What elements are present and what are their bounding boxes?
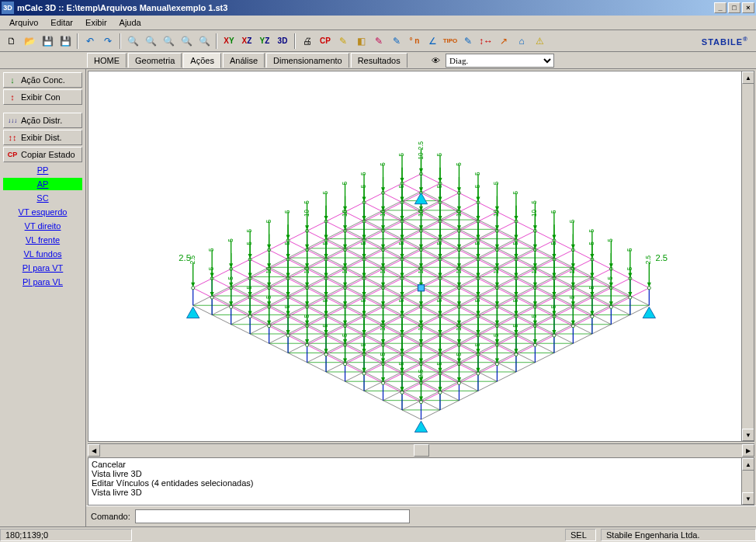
vert-scrollbar[interactable]: ▲ ▼ (741, 71, 754, 441)
load-state-pp[interactable]: PP (3, 164, 82, 176)
load-state-ap[interactable]: AP (3, 178, 82, 190)
scroll-up-icon[interactable]: ▲ (742, 458, 754, 471)
load-state-pi-para-vl[interactable]: PI para VL (3, 276, 82, 288)
svg-line-389 (478, 229, 497, 238)
svg-line-330 (269, 277, 288, 287)
sidebar-exibir-con[interactable]: ↕ Exibir Con (3, 89, 82, 105)
load-state-sc[interactable]: SC (3, 192, 82, 204)
scroll-up-icon[interactable]: ▲ (742, 71, 754, 84)
arrow-down-icon: ↓ (7, 75, 18, 85)
scroll-down-icon[interactable]: ▼ (742, 429, 754, 441)
scroll-left-icon[interactable]: ◀ (88, 444, 100, 457)
horiz-scrollbar[interactable]: ◀ ▶ (88, 443, 754, 456)
load-state-vt-direito[interactable]: VT direito (3, 220, 82, 232)
view-3d-button[interactable]: 3D (274, 33, 291, 50)
cp-icon: CP (7, 151, 18, 158)
arrows-button[interactable]: ↕↔ (477, 33, 494, 50)
main-toolbar: 🗋 📂 💾 💾 ↶ ↷ 🔍 🔍 🔍 🔍 🔍 XY XZ YZ 3D 🖨 CP ✎… (0, 30, 756, 52)
tipo-button[interactable]: TIPO (442, 33, 459, 50)
svg-line-435 (307, 343, 326, 353)
zoom-all-button[interactable]: 🔍 (196, 33, 213, 50)
zoom-window-button[interactable]: 🔍 (160, 33, 177, 50)
saveas-button[interactable]: 💾 (57, 33, 74, 50)
svg-line-751 (516, 231, 535, 240)
tab-analise[interactable]: Análise (223, 53, 265, 68)
svg-line-343 (402, 229, 421, 238)
svg-text:5: 5 (265, 295, 272, 299)
sidebar-acao-distr[interactable]: ↓↓↓ Ação Distr. (3, 113, 82, 128)
viewport[interactable]: 2.5555555555552.551051055551055551051055… (88, 71, 754, 442)
view-select[interactable]: Diag. (446, 54, 554, 68)
tab-home[interactable]: HOME (87, 53, 127, 68)
eraser-button[interactable]: ◧ (352, 33, 369, 50)
tab-resultados[interactable]: Resultados (351, 53, 407, 68)
svg-line-592 (554, 343, 573, 353)
cp-button[interactable]: CP (317, 33, 334, 50)
svg-line-617 (250, 250, 269, 259)
menu-exibir[interactable]: Exibir (79, 16, 113, 29)
zoom-prev-button[interactable]: 🔍 (142, 33, 159, 50)
support-button[interactable]: ⌂ (513, 33, 530, 50)
open-button[interactable]: 📂 (21, 33, 38, 50)
sidebar-copiar-estado[interactable]: CP Copiar Estado (3, 147, 82, 162)
new-button[interactable]: 🗋 (3, 33, 20, 50)
scroll-right-icon[interactable]: ▶ (742, 444, 754, 457)
menu-ajuda[interactable]: Ajuda (113, 16, 147, 29)
sidebar-label: Ação Distr. (21, 116, 62, 125)
menu-arquivo[interactable]: Arquivo (3, 16, 44, 29)
view-xy-button[interactable]: XY (220, 33, 238, 50)
svg-text:10: 10 (569, 266, 576, 274)
deg-n-button[interactable]: ° n (406, 33, 423, 50)
svg-line-406 (326, 314, 345, 324)
svg-line-566 (592, 305, 611, 314)
svg-line-554 (459, 363, 477, 372)
redo-button[interactable]: ↷ (99, 33, 116, 50)
tab-geometria[interactable]: Geometria (128, 53, 182, 68)
warn-button[interactable]: ⚠ (531, 33, 548, 50)
svg-line-599 (421, 410, 440, 419)
log-scrollbar[interactable]: ▲ ▼ (741, 458, 754, 505)
zoom-in-button[interactable]: 🔍 (178, 33, 195, 50)
angle-button[interactable]: ∠ (424, 33, 441, 50)
scroll-down-icon[interactable]: ▼ (742, 492, 754, 505)
undo-button[interactable]: ↶ (81, 33, 99, 50)
tool-a-button[interactable]: ✎ (370, 33, 387, 50)
scroll-thumb[interactable] (414, 444, 429, 457)
load-state-pi-para-vt[interactable]: PI para VT (3, 262, 82, 274)
sidebar-label: Ação Conc. (21, 75, 65, 85)
svg-text:5: 5 (380, 353, 387, 356)
share-button[interactable]: ↗ (495, 33, 512, 50)
tab-dimensionamento[interactable]: Dimensionamento (266, 53, 349, 68)
sidebar-acao-conc[interactable]: ↓ Ação Conc. (3, 72, 82, 88)
tab-acoes[interactable]: Ações (183, 53, 221, 68)
svg-line-573 (535, 343, 553, 353)
sidebar-exibir-dist[interactable]: ↕↕ Exibir Dist. (3, 130, 82, 145)
svg-line-401 (364, 287, 383, 296)
pencil-button[interactable]: ✎ (335, 33, 352, 50)
svg-text:5: 5 (398, 241, 405, 245)
minimize-button[interactable]: _ (714, 2, 727, 13)
view-yz-button[interactable]: YZ (256, 33, 273, 50)
svg-line-479 (402, 334, 421, 343)
maximize-button[interactable]: □ (728, 2, 740, 13)
svg-line-581 (459, 381, 477, 391)
load-state-vl-fundos[interactable]: VL fundos (3, 248, 82, 260)
print-button[interactable]: 🖨 (299, 33, 316, 50)
menu-editar[interactable]: Editar (44, 16, 79, 29)
window-title: mCalc 3D :: E:\temp\Arquivos Manual\exem… (17, 3, 227, 12)
svg-text:5: 5 (398, 362, 405, 366)
view-dd-icon: 👁 (428, 54, 442, 67)
view-xz-button[interactable]: XZ (238, 33, 255, 50)
tool-b-button[interactable]: ✎ (388, 33, 405, 50)
edit1-button[interactable]: ✎ (459, 33, 477, 50)
zoom-out-button[interactable]: 🔍 (124, 33, 141, 50)
load-state-vt-esquerdo[interactable]: VT esquerdo (3, 206, 82, 218)
svg-text:10: 10 (303, 209, 310, 217)
close-button[interactable]: × (742, 2, 754, 13)
svg-line-388 (497, 229, 515, 238)
zoom-window-icon: 🔍 (163, 36, 175, 47)
command-input[interactable] (135, 509, 410, 523)
load-state-vl-frente[interactable]: VL frente (3, 234, 82, 246)
save-button[interactable]: 💾 (39, 33, 56, 50)
svg-text:5: 5 (588, 241, 595, 245)
